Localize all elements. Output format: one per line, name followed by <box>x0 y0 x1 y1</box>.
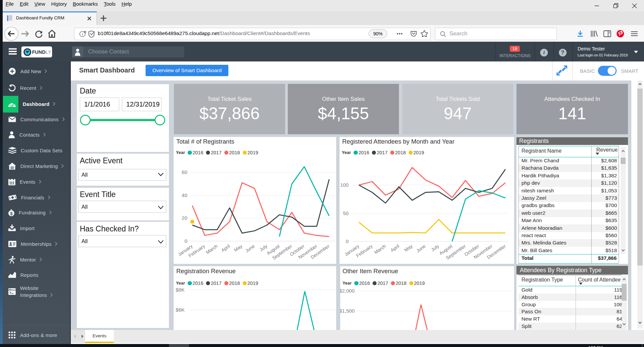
svg-text:$: $ <box>10 211 13 216</box>
svg-text:$2,000: $2,000 <box>340 288 355 294</box>
svg-text:20: 20 <box>182 215 187 221</box>
svg-text:50: 50 <box>343 210 349 216</box>
svg-text:March: March <box>205 243 219 255</box>
svg-text:0: 0 <box>185 238 187 244</box>
svg-text:$6K: $6K <box>176 307 185 313</box>
svg-text:$8K: $8K <box>176 287 185 293</box>
svg-text:0: 0 <box>346 238 349 244</box>
svg-text:April: April <box>220 243 231 253</box>
svg-text:40: 40 <box>182 192 187 198</box>
svg-text:100: 100 <box>340 182 349 188</box>
svg-text:60: 60 <box>182 169 187 175</box>
svg-text:April: April <box>390 243 400 253</box>
svg-text:March: March <box>373 243 387 255</box>
svg-text:June: June <box>415 243 427 253</box>
svg-text:July: July <box>430 243 440 252</box>
svg-text:May: May <box>233 243 243 252</box>
svg-text:June: June <box>244 243 256 253</box>
svg-text:$1,500: $1,500 <box>340 308 355 314</box>
svg-text:May: May <box>403 243 414 252</box>
